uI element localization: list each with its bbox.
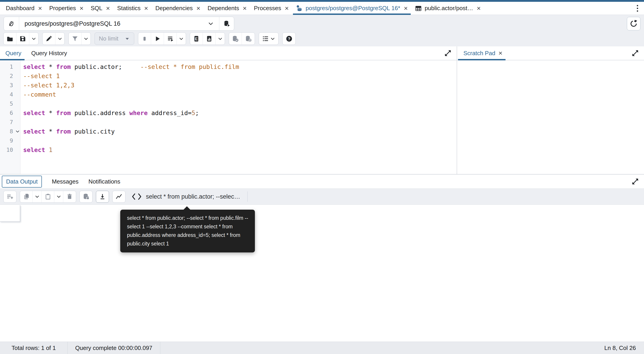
executed-query-text[interactable]: select * from public.actor; --selec… xyxy=(146,193,240,200)
tab-dashboard[interactable]: Dashboard× xyxy=(2,2,46,15)
file-group xyxy=(4,32,38,45)
chevron-down-icon xyxy=(58,36,62,41)
download-csv-button[interactable] xyxy=(96,191,109,202)
tab-properties[interactable]: Properties× xyxy=(46,2,87,15)
close-icon[interactable]: × xyxy=(477,5,481,12)
scratch-pad-body[interactable] xyxy=(457,60,644,174)
tab-label: SQL xyxy=(91,5,102,12)
line-number: 7 xyxy=(0,118,20,127)
filter-button[interactable] xyxy=(69,33,82,44)
delete-row-button[interactable] xyxy=(63,191,76,202)
save-data-changes-button[interactable] xyxy=(80,191,92,202)
edit-options-chevron[interactable] xyxy=(56,33,64,44)
sql-editor[interactable]: 12345678910 select * from public.actor; … xyxy=(0,60,457,174)
open-file-button[interactable] xyxy=(4,33,16,44)
fold-chevron-icon xyxy=(15,129,20,134)
tab-query[interactable]: Query xyxy=(6,46,22,60)
tab-postgres-postgres-postgresql-16[interactable]: postgres/postgres@PostgreSQL 16*× xyxy=(292,2,412,15)
explain-analyze-icon xyxy=(206,35,212,42)
filter-options-chevron[interactable] xyxy=(82,33,90,44)
status-bar: Total rows: 1 of 1 Query complete 00:00:… xyxy=(0,342,644,354)
tab-public-actor-post[interactable]: public.actor/post…× xyxy=(412,2,484,15)
floppy-icon xyxy=(19,35,26,42)
execute-button[interactable] xyxy=(151,33,164,44)
tab-query-history[interactable]: Query History xyxy=(31,46,67,60)
trash-icon xyxy=(66,193,73,200)
edit-button[interactable] xyxy=(42,33,56,44)
fold-toggle[interactable] xyxy=(15,129,20,134)
expand-query-panel-button[interactable] xyxy=(444,49,452,57)
line-number: 1 xyxy=(0,62,20,72)
explain-analyze-button[interactable] xyxy=(203,33,216,44)
tab-notifications-label: Notifications xyxy=(88,178,120,185)
chevron-down-icon xyxy=(208,21,214,26)
graph-group xyxy=(112,191,126,203)
code-line: --select 1,2,3 xyxy=(23,80,457,90)
tab-messages[interactable]: Messages xyxy=(52,178,78,185)
paste-button[interactable] xyxy=(42,191,54,202)
tab-scratch-pad-label: Scratch Pad xyxy=(464,50,496,57)
close-icon[interactable]: × xyxy=(404,5,408,12)
help-button[interactable]: ? xyxy=(282,33,296,44)
tab-label: Dashboard xyxy=(6,5,34,12)
tab-sql[interactable]: SQL× xyxy=(87,2,114,15)
close-icon[interactable]: × xyxy=(80,5,84,12)
stop-button[interactable] xyxy=(138,33,151,44)
expand-icon xyxy=(632,49,639,57)
line-number: 3 xyxy=(0,80,20,90)
query-panel: Query Query History 12345678910 select *… xyxy=(0,46,457,174)
chevron-down-icon xyxy=(56,194,61,199)
reset-layout-button[interactable] xyxy=(627,17,640,30)
expand-scratch-pad-button[interactable] xyxy=(632,49,639,57)
clipboard-group xyxy=(20,191,76,203)
close-icon[interactable]: × xyxy=(38,5,42,12)
tab-processes[interactable]: Processes× xyxy=(250,2,292,15)
kebab-menu-icon[interactable] xyxy=(636,4,640,13)
connection-status-icon[interactable] xyxy=(4,17,19,30)
chevron-down-icon xyxy=(31,36,36,41)
tab-notifications[interactable]: Notifications xyxy=(88,178,120,185)
copy-options-chevron[interactable] xyxy=(33,191,42,202)
explain-button[interactable]: E xyxy=(190,33,203,44)
add-row-group xyxy=(4,191,16,203)
macros-button[interactable] xyxy=(259,33,278,44)
connection-select[interactable]: postgres/postgres@PostgreSQL 16 xyxy=(19,17,219,30)
execute-script-button[interactable] xyxy=(164,33,177,44)
svg-text:?: ? xyxy=(288,36,290,41)
editor-code[interactable]: select * from public.actor; --select * f… xyxy=(20,60,457,174)
save-options-chevron[interactable] xyxy=(29,33,38,44)
save-file-button[interactable] xyxy=(16,33,29,44)
code-line xyxy=(23,99,457,108)
explain-options-chevron[interactable] xyxy=(216,33,225,44)
execute-options-chevron[interactable] xyxy=(177,33,186,44)
limit-select[interactable]: No limit xyxy=(94,32,134,45)
close-icon[interactable]: × xyxy=(144,5,148,12)
close-icon[interactable]: × xyxy=(196,5,200,12)
tab-dependents[interactable]: Dependents× xyxy=(204,2,250,15)
close-icon[interactable]: × xyxy=(498,49,502,57)
add-row-button[interactable] xyxy=(4,191,16,202)
tab-scratch-pad[interactable]: Scratch Pad × xyxy=(464,46,502,60)
tooltip-line: public.address where address_id=5; selec… xyxy=(127,231,248,240)
code-line: select * from public.address where addre… xyxy=(23,108,457,118)
table-icon xyxy=(415,5,422,12)
paste-options-chevron[interactable] xyxy=(54,191,63,202)
graph-visualiser-button[interactable] xyxy=(112,191,125,202)
tab-dependencies[interactable]: Dependencies× xyxy=(152,2,204,15)
code-line xyxy=(23,136,457,145)
grid-corner-cell[interactable] xyxy=(0,205,20,222)
close-icon[interactable]: × xyxy=(285,5,289,12)
tab-data-output[interactable]: Data Output xyxy=(2,176,42,188)
commit-button[interactable] xyxy=(229,33,242,44)
expand-output-panel-button[interactable] xyxy=(632,178,639,185)
rollback-button[interactable] xyxy=(242,33,255,44)
copy-button[interactable] xyxy=(20,191,33,202)
scratch-pad-tabs: Scratch Pad × xyxy=(457,46,644,60)
close-icon[interactable]: × xyxy=(243,5,247,12)
new-connection-button[interactable] xyxy=(219,17,234,30)
tab-statistics[interactable]: Statistics× xyxy=(114,2,152,15)
close-icon[interactable]: × xyxy=(106,5,110,12)
editor-panels: Query Query History 12345678910 select *… xyxy=(0,46,644,174)
result-grid-area: select * from public.actor; --select * f… xyxy=(0,205,644,342)
chevron-down-icon xyxy=(35,194,40,199)
